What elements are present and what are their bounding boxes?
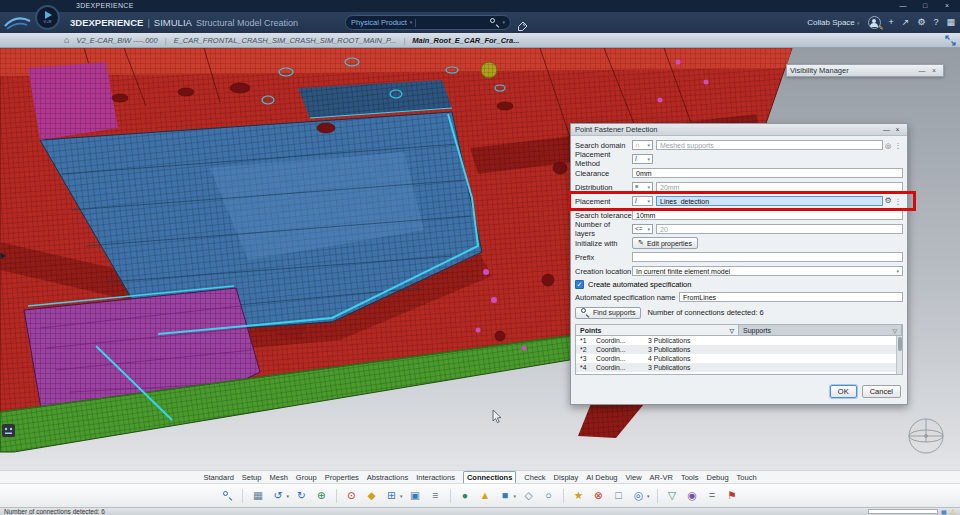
dialog-titlebar[interactable]: Point Fastener Detection — × <box>571 124 907 136</box>
tab-display[interactable]: Display <box>554 473 579 482</box>
search-options-chevron-icon[interactable]: ▾ <box>502 20 505 25</box>
create-automated-specification-checkbox[interactable]: ✓ <box>575 280 584 289</box>
document-tab-1[interactable]: V2_E-CAR_BiW ----.000 <box>76 36 157 45</box>
expand-viewport-icon[interactable] <box>945 35 956 48</box>
cube-icon[interactable]: ▦ <box>941 509 947 515</box>
supports-tab[interactable]: Supports ▽ <box>739 325 902 335</box>
table-row[interactable]: *3 Coordin... 4 Publications <box>576 354 896 363</box>
tab-properties[interactable]: Properties <box>325 473 359 482</box>
scrollbar-thumb[interactable] <box>898 337 902 351</box>
user-avatar-icon[interactable]: ✎ <box>868 16 881 29</box>
warning-icon[interactable]: ⚠ <box>950 508 956 515</box>
tab-tools[interactable]: Tools <box>681 473 699 482</box>
list-icon[interactable]: ≡ <box>428 488 443 503</box>
equals-icon[interactable]: = <box>705 488 720 503</box>
document-tab-2[interactable]: E_CAR_FRONTAL_CRASH_SIM_CRASH_SIM_ROOT_M… <box>174 36 397 45</box>
dialog-close-button[interactable]: × <box>892 126 903 133</box>
more-options-icon[interactable]: ⋮ <box>893 142 903 149</box>
search-domain-field[interactable]: Meshed supports <box>656 140 883 150</box>
collab-space-dropdown[interactable]: Collab Space ▾ <box>807 18 859 27</box>
dot-icon[interactable]: ● <box>458 488 473 503</box>
square-icon[interactable]: ■ <box>498 488 513 503</box>
table-row[interactable]: *4 Coordin... 3 Publications <box>576 363 896 372</box>
number-of-layers-field[interactable]: 20 <box>656 224 903 234</box>
prefix-field[interactable] <box>632 252 903 262</box>
share-icon[interactable]: ↗ <box>902 18 910 27</box>
placement-settings-gear-icon[interactable]: ⚙ <box>883 197 893 205</box>
triangle-down-icon[interactable]: ▽ <box>665 488 680 503</box>
flag-icon[interactable]: ⚑ <box>725 488 740 503</box>
distribution-combo[interactable]: ≡ ▾ <box>632 182 653 192</box>
fisheye-icon[interactable]: ◉ <box>685 488 700 503</box>
dropdown-arrow-icon[interactable]: ▾ <box>514 493 517 499</box>
tab-check[interactable]: Check <box>524 473 545 482</box>
tab-debug[interactable]: Debug <box>706 473 728 482</box>
table-row[interactable]: *1 Coordin... 3 Publications <box>576 336 896 345</box>
dropdown-arrow-icon[interactable]: ▾ <box>400 493 403 499</box>
square-outline-icon[interactable]: □ <box>611 488 626 503</box>
tab-group[interactable]: Group <box>296 473 317 482</box>
undo-icon[interactable]: ↺ <box>270 488 285 503</box>
diamond-outline-icon[interactable]: ◇ <box>521 488 536 503</box>
points-tab[interactable]: Points ▽ <box>576 325 739 335</box>
tab-abstractions[interactable]: Abstractions <box>367 473 408 482</box>
chevron-down-icon[interactable]: ▾ <box>410 20 413 25</box>
cancel-button[interactable]: Cancel <box>862 385 901 398</box>
search-context-label[interactable]: Physical Product <box>351 18 407 27</box>
search-icon[interactable] <box>490 18 499 27</box>
global-search-input[interactable] <box>419 18 487 28</box>
layers-operator-combo[interactable]: <= ▾ <box>632 224 653 234</box>
panel-minimize-button[interactable]: — <box>916 67 928 74</box>
find-supports-button[interactable]: Find supports <box>575 307 641 319</box>
home-icon[interactable]: ⌂ <box>64 35 69 45</box>
dropdown-arrow-icon[interactable]: ▾ <box>286 493 289 499</box>
dropdown-arrow-icon[interactable]: ▾ <box>647 493 650 499</box>
clearance-field[interactable]: 0mm <box>632 168 903 178</box>
star-icon[interactable]: ★ <box>571 488 586 503</box>
add-content-icon[interactable]: + <box>889 18 894 27</box>
dialog-minimize-button[interactable]: — <box>881 126 892 133</box>
tab-standard[interactable]: Standard <box>203 473 233 482</box>
window-minimize-button[interactable]: — <box>892 0 914 12</box>
document-tab-active[interactable]: Main_Root_E_CAR_For_Cra... <box>412 36 519 45</box>
creation-location-dropdown[interactable]: In current finite element model ▾ <box>632 266 903 276</box>
filter-funnel-icon[interactable]: ▽ <box>729 327 734 334</box>
placement-method-combo[interactable]: / ▾ <box>632 154 653 164</box>
tab-ar-vr[interactable]: AR-VR <box>650 473 673 482</box>
apps-grid-icon[interactable]: ▦ <box>946 18 955 27</box>
filled-square-icon[interactable]: ▣ <box>408 488 423 503</box>
help-icon[interactable]: ? <box>933 18 938 27</box>
bullseye-icon[interactable]: ◎ <box>631 488 646 503</box>
search-connections-icon[interactable] <box>220 488 235 503</box>
placement-combo[interactable]: / ▾ <box>632 196 653 206</box>
panel-close-button[interactable]: × <box>928 67 940 74</box>
boxed-plus-icon[interactable]: ⊞ <box>384 488 399 503</box>
search-domain-type-combo[interactable]: ∩ ▾ <box>632 140 653 150</box>
diamond-icon[interactable]: ◆ <box>364 488 379 503</box>
window-maximize-button[interactable]: □ <box>914 0 936 12</box>
search-tolerance-field[interactable]: 10mm <box>632 210 903 220</box>
edit-properties-button[interactable]: ✎ Edit properties <box>632 237 698 249</box>
tab-setup[interactable]: Setup <box>242 473 262 482</box>
more-options-icon[interactable]: ⋮ <box>893 198 903 205</box>
tab-view[interactable]: View <box>625 473 641 482</box>
window-close-button[interactable]: × <box>936 0 958 12</box>
placement-field[interactable]: Lines_detection <box>656 196 883 206</box>
ok-button[interactable]: OK <box>830 385 857 398</box>
panel-expander-icon[interactable]: ▶ <box>0 252 6 260</box>
target-icon[interactable]: ⊙ <box>344 488 359 503</box>
filter-funnel-icon[interactable]: ▽ <box>892 327 897 334</box>
distribution-field[interactable]: 20mm <box>656 182 903 192</box>
visibility-manager-panel[interactable]: Visibility Manager — × <box>786 64 944 77</box>
circle-outline-icon[interactable]: ○ <box>541 488 556 503</box>
grid-icon[interactable]: ▦ <box>250 488 265 503</box>
tab-ai-debug[interactable]: AI Debug <box>586 473 617 482</box>
pick-in-3d-icon[interactable]: ◎ <box>883 142 893 149</box>
scrollbar[interactable] <box>896 336 902 374</box>
global-search-bar[interactable]: Physical Product ▾ ▾ <box>345 15 511 30</box>
triangle-up-icon[interactable]: ▲ <box>478 488 493 503</box>
plus-circle-icon[interactable]: ⊕ <box>314 488 329 503</box>
assistant-icon[interactable] <box>2 424 15 437</box>
tab-interactions[interactable]: Interactions <box>416 473 455 482</box>
table-row[interactable]: *2 Coordin... 3 Publications <box>576 345 896 354</box>
